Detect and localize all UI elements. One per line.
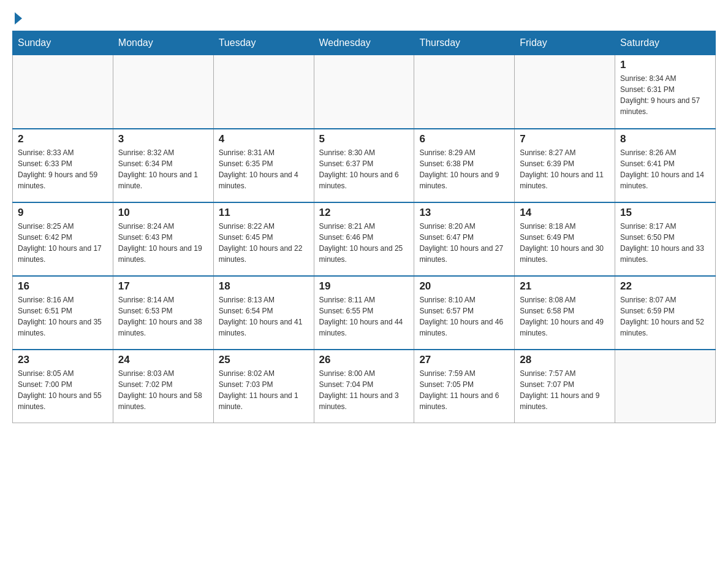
day-info: Sunrise: 8:18 AM Sunset: 6:49 PM Dayligh… xyxy=(520,221,610,265)
calendar-cell: 1Sunrise: 8:34 AM Sunset: 6:31 PM Daylig… xyxy=(615,55,716,129)
day-number: 13 xyxy=(419,207,509,219)
calendar-cell: 25Sunrise: 8:02 AM Sunset: 7:03 PM Dayli… xyxy=(213,350,314,423)
calendar-cell: 24Sunrise: 8:03 AM Sunset: 7:02 PM Dayli… xyxy=(113,350,213,423)
day-number: 9 xyxy=(18,207,108,219)
day-info: Sunrise: 8:22 AM Sunset: 6:45 PM Dayligh… xyxy=(219,221,309,265)
calendar-week-row: 16Sunrise: 8:16 AM Sunset: 6:51 PM Dayli… xyxy=(13,276,716,350)
calendar-cell: 3Sunrise: 8:32 AM Sunset: 6:34 PM Daylig… xyxy=(113,129,213,202)
weekday-header-saturday: Saturday xyxy=(615,31,716,55)
weekday-header-tuesday: Tuesday xyxy=(213,31,314,55)
day-number: 3 xyxy=(118,133,208,145)
day-number: 23 xyxy=(18,354,108,366)
day-info: Sunrise: 8:33 AM Sunset: 6:33 PM Dayligh… xyxy=(18,147,108,191)
calendar-cell: 23Sunrise: 8:05 AM Sunset: 7:00 PM Dayli… xyxy=(13,350,113,423)
calendar-cell: 21Sunrise: 8:08 AM Sunset: 6:58 PM Dayli… xyxy=(515,276,615,350)
calendar-week-row: 1Sunrise: 8:34 AM Sunset: 6:31 PM Daylig… xyxy=(13,55,716,129)
day-number: 11 xyxy=(219,207,309,219)
calendar-cell xyxy=(314,55,414,129)
day-info: Sunrise: 7:59 AM Sunset: 7:05 PM Dayligh… xyxy=(419,368,509,412)
day-info: Sunrise: 8:05 AM Sunset: 7:00 PM Dayligh… xyxy=(18,368,108,412)
day-info: Sunrise: 8:30 AM Sunset: 6:37 PM Dayligh… xyxy=(319,147,409,191)
day-number: 15 xyxy=(620,207,710,219)
day-number: 24 xyxy=(118,354,208,366)
day-info: Sunrise: 8:34 AM Sunset: 6:31 PM Dayligh… xyxy=(620,73,710,117)
day-info: Sunrise: 8:17 AM Sunset: 6:50 PM Dayligh… xyxy=(620,221,710,265)
day-number: 6 xyxy=(419,133,509,145)
day-info: Sunrise: 8:29 AM Sunset: 6:38 PM Dayligh… xyxy=(419,147,509,191)
weekday-header-sunday: Sunday xyxy=(13,31,113,55)
calendar-table: SundayMondayTuesdayWednesdayThursdayFrid… xyxy=(12,31,716,423)
day-number: 25 xyxy=(219,354,309,366)
day-info: Sunrise: 8:00 AM Sunset: 7:04 PM Dayligh… xyxy=(319,368,409,412)
calendar-cell: 7Sunrise: 8:27 AM Sunset: 6:39 PM Daylig… xyxy=(515,129,615,202)
calendar-cell xyxy=(213,55,314,129)
day-number: 21 xyxy=(520,280,610,293)
weekday-header-monday: Monday xyxy=(113,31,213,55)
calendar-cell: 28Sunrise: 7:57 AM Sunset: 7:07 PM Dayli… xyxy=(515,350,615,423)
day-info: Sunrise: 8:10 AM Sunset: 6:57 PM Dayligh… xyxy=(419,294,509,339)
day-number: 20 xyxy=(419,280,509,293)
day-number: 14 xyxy=(520,207,610,219)
day-number: 7 xyxy=(520,133,610,145)
calendar-cell: 14Sunrise: 8:18 AM Sunset: 6:49 PM Dayli… xyxy=(515,202,615,276)
calendar-cell: 13Sunrise: 8:20 AM Sunset: 6:47 PM Dayli… xyxy=(414,202,515,276)
day-number: 1 xyxy=(620,59,710,71)
day-number: 2 xyxy=(18,133,108,145)
day-info: Sunrise: 8:25 AM Sunset: 6:42 PM Dayligh… xyxy=(18,221,108,265)
day-number: 10 xyxy=(118,207,208,219)
calendar-cell: 10Sunrise: 8:24 AM Sunset: 6:43 PM Dayli… xyxy=(113,202,213,276)
calendar-cell: 27Sunrise: 7:59 AM Sunset: 7:05 PM Dayli… xyxy=(414,350,515,423)
day-info: Sunrise: 8:03 AM Sunset: 7:02 PM Dayligh… xyxy=(118,368,208,412)
day-info: Sunrise: 8:26 AM Sunset: 6:41 PM Dayligh… xyxy=(620,147,710,191)
weekday-header-wednesday: Wednesday xyxy=(314,31,414,55)
day-info: Sunrise: 8:21 AM Sunset: 6:46 PM Dayligh… xyxy=(319,221,409,265)
calendar-cell: 15Sunrise: 8:17 AM Sunset: 6:50 PM Dayli… xyxy=(615,202,716,276)
day-info: Sunrise: 8:31 AM Sunset: 6:35 PM Dayligh… xyxy=(219,147,309,191)
weekday-header-thursday: Thursday xyxy=(414,31,515,55)
calendar-week-row: 9Sunrise: 8:25 AM Sunset: 6:42 PM Daylig… xyxy=(13,202,716,276)
logo-arrow-icon xyxy=(15,12,22,25)
day-info: Sunrise: 8:20 AM Sunset: 6:47 PM Dayligh… xyxy=(419,221,509,265)
calendar-cell xyxy=(13,55,113,129)
day-number: 28 xyxy=(520,354,610,366)
calendar-cell: 20Sunrise: 8:10 AM Sunset: 6:57 PM Dayli… xyxy=(414,276,515,350)
day-number: 27 xyxy=(419,354,509,366)
calendar-cell: 9Sunrise: 8:25 AM Sunset: 6:42 PM Daylig… xyxy=(13,202,113,276)
calendar-week-row: 23Sunrise: 8:05 AM Sunset: 7:00 PM Dayli… xyxy=(13,350,716,423)
calendar-week-row: 2Sunrise: 8:33 AM Sunset: 6:33 PM Daylig… xyxy=(13,129,716,202)
day-number: 22 xyxy=(620,280,710,293)
day-number: 17 xyxy=(118,280,208,293)
day-info: Sunrise: 8:07 AM Sunset: 6:59 PM Dayligh… xyxy=(620,294,710,339)
calendar-cell: 22Sunrise: 8:07 AM Sunset: 6:59 PM Dayli… xyxy=(615,276,716,350)
day-info: Sunrise: 8:32 AM Sunset: 6:34 PM Dayligh… xyxy=(118,147,208,191)
day-info: Sunrise: 8:16 AM Sunset: 6:51 PM Dayligh… xyxy=(18,294,108,339)
day-info: Sunrise: 8:08 AM Sunset: 6:58 PM Dayligh… xyxy=(520,294,610,339)
day-number: 4 xyxy=(219,133,309,145)
day-number: 26 xyxy=(319,354,409,366)
calendar-cell: 11Sunrise: 8:22 AM Sunset: 6:45 PM Dayli… xyxy=(213,202,314,276)
calendar-header-row: SundayMondayTuesdayWednesdayThursdayFrid… xyxy=(13,31,716,55)
day-number: 5 xyxy=(319,133,409,145)
calendar-cell xyxy=(515,55,615,129)
calendar-cell xyxy=(414,55,515,129)
day-info: Sunrise: 8:24 AM Sunset: 6:43 PM Dayligh… xyxy=(118,221,208,265)
calendar-cell: 6Sunrise: 8:29 AM Sunset: 6:38 PM Daylig… xyxy=(414,129,515,202)
calendar-cell: 26Sunrise: 8:00 AM Sunset: 7:04 PM Dayli… xyxy=(314,350,414,423)
logo xyxy=(12,12,22,25)
day-number: 12 xyxy=(319,207,409,219)
day-info: Sunrise: 8:02 AM Sunset: 7:03 PM Dayligh… xyxy=(219,368,309,412)
calendar-cell: 5Sunrise: 8:30 AM Sunset: 6:37 PM Daylig… xyxy=(314,129,414,202)
day-number: 18 xyxy=(219,280,309,293)
day-number: 16 xyxy=(18,280,108,293)
calendar-cell: 12Sunrise: 8:21 AM Sunset: 6:46 PM Dayli… xyxy=(314,202,414,276)
calendar-cell xyxy=(615,350,716,423)
day-info: Sunrise: 8:14 AM Sunset: 6:53 PM Dayligh… xyxy=(118,294,208,339)
day-info: Sunrise: 7:57 AM Sunset: 7:07 PM Dayligh… xyxy=(520,368,610,412)
calendar-cell: 2Sunrise: 8:33 AM Sunset: 6:33 PM Daylig… xyxy=(13,129,113,202)
calendar-cell: 8Sunrise: 8:26 AM Sunset: 6:41 PM Daylig… xyxy=(615,129,716,202)
calendar-cell: 19Sunrise: 8:11 AM Sunset: 6:55 PM Dayli… xyxy=(314,276,414,350)
day-number: 19 xyxy=(319,280,409,293)
day-number: 8 xyxy=(620,133,710,145)
day-info: Sunrise: 8:11 AM Sunset: 6:55 PM Dayligh… xyxy=(319,294,409,339)
calendar-cell: 4Sunrise: 8:31 AM Sunset: 6:35 PM Daylig… xyxy=(213,129,314,202)
